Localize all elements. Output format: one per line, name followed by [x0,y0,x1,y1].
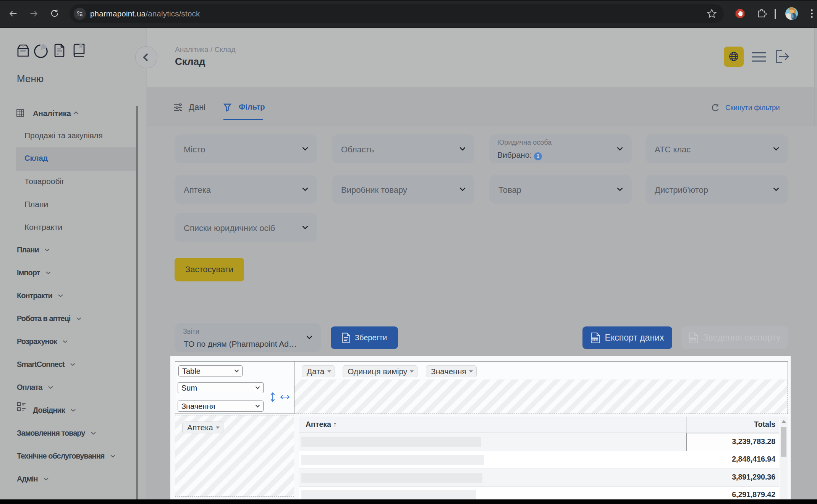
svg-text:XLSX: XLSX [591,338,598,341]
svg-text:XLSX: XLSX [689,338,696,341]
